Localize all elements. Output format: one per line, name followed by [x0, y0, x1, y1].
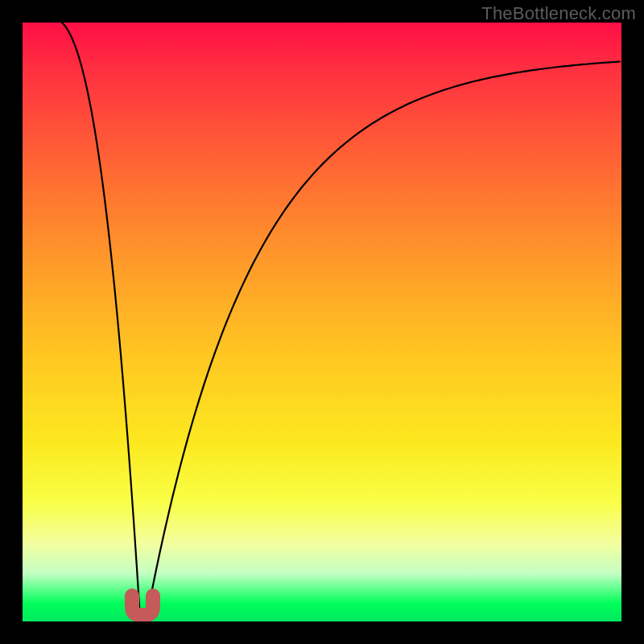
curve-right-branch — [147, 62, 620, 619]
plot-area — [23, 23, 621, 621]
curve-layer — [23, 23, 621, 621]
curve-left-branch — [50, 23, 140, 618]
optimal-u-marker — [132, 596, 153, 615]
chart-frame: TheBottleneck.com — [0, 0, 644, 644]
watermark-text: TheBottleneck.com — [481, 3, 636, 24]
